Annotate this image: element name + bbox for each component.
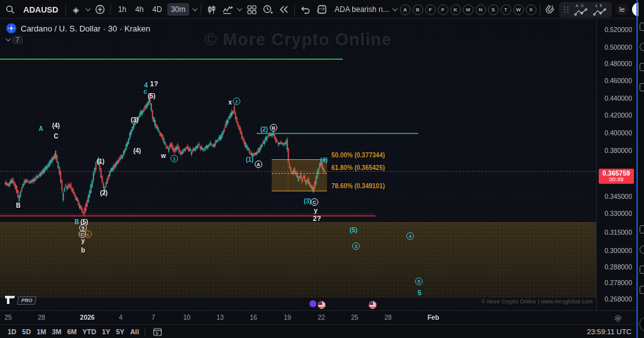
wave-label-B[interactable]: B xyxy=(16,202,20,209)
wave-label-B[interactable]: B xyxy=(74,218,79,225)
interval-1h[interactable]: 1h xyxy=(114,3,130,16)
legend-collapse-row[interactable]: 7 xyxy=(6,36,23,44)
interval-4D[interactable]: 4D xyxy=(148,3,165,16)
wave-label-5[interactable]: 5 xyxy=(418,289,421,296)
layout-name-button[interactable]: ADA bearish n... xyxy=(331,3,390,16)
wave-label-4[interactable]: 4 xyxy=(406,232,414,240)
wave-label-y[interactable]: y xyxy=(81,237,85,244)
layout-chevron-icon[interactable] xyxy=(392,6,397,11)
legend-chevron-icon[interactable] xyxy=(6,36,11,41)
wave-label-3[interactable]: 3 xyxy=(352,242,360,250)
help-button-clipped[interactable] xyxy=(639,317,644,332)
letter-button-X[interactable]: X xyxy=(526,4,536,15)
holiday-flag-icon[interactable] xyxy=(318,301,326,309)
drag-handle-icon[interactable] xyxy=(564,6,569,13)
elliott-correction-wave-icon[interactable]: AC xyxy=(574,4,588,16)
wave-label-B[interactable]: B xyxy=(270,124,277,132)
price-axis[interactable]: 0.5200000.5000000.4800000.4600000.440000… xyxy=(596,19,637,310)
wave-label-4[interactable]: (4) xyxy=(133,147,141,154)
range-5Y[interactable]: 5Y xyxy=(116,328,124,335)
wave-label-2[interactable]: (2) xyxy=(260,126,268,133)
holiday-flag-icon[interactable] xyxy=(369,301,377,309)
sidebar-icon-clipped[interactable] xyxy=(640,245,644,254)
resistance-line-upper[interactable] xyxy=(0,59,343,60)
wave-label-b[interactable]: b xyxy=(81,247,85,254)
chart-legend[interactable]: Cardano / U. S. Dollar · 30 · Kraken xyxy=(6,23,150,33)
interval-chevron-icon[interactable] xyxy=(192,6,197,11)
letter-button-B[interactable]: B xyxy=(413,4,423,15)
letter-button-K[interactable]: K xyxy=(450,4,461,15)
fib-retracement-box[interactable] xyxy=(272,159,327,191)
indicators-icon[interactable] xyxy=(221,3,234,16)
wave-label-1[interactable]: 1? xyxy=(150,80,158,87)
wave-label-2[interactable]: 2? xyxy=(313,215,321,222)
wave-label-C[interactable]: C xyxy=(311,198,318,206)
sidebar-icon-clipped[interactable] xyxy=(640,286,644,294)
session-clock[interactable]: 23:59:11 UTC xyxy=(587,328,631,335)
wave-label-3[interactable]: (3) xyxy=(131,116,138,123)
elliott-impulse-wave-icon[interactable]: 15 xyxy=(593,4,607,16)
wave-label-5[interactable]: 5 xyxy=(415,278,423,285)
wave-label-A[interactable]: A xyxy=(255,161,262,168)
search-icon[interactable] xyxy=(4,3,16,16)
resistance-line-lower[interactable] xyxy=(257,133,418,134)
sidebar-icon-clipped[interactable] xyxy=(640,63,644,71)
wave-label-C[interactable]: C xyxy=(53,133,58,140)
candle-style-icon[interactable] xyxy=(205,3,218,16)
letter-button-F[interactable]: F xyxy=(425,4,436,15)
wave-label-1[interactable]: 1 xyxy=(170,155,178,162)
wave-label-4[interactable]: (4) xyxy=(52,122,60,129)
range-YTD[interactable]: YTD xyxy=(82,328,96,335)
layout-save-icon[interactable] xyxy=(316,3,328,16)
wave-label-1[interactable]: (1) xyxy=(97,158,104,165)
wave-label-y[interactable]: y xyxy=(314,207,318,214)
wave-label-5[interactable]: (5) xyxy=(148,93,155,99)
sidebar-icon-clipped[interactable] xyxy=(640,43,644,51)
symbol-title[interactable]: Cardano / U. S. Dollar · 30 · Kraken xyxy=(21,24,150,33)
wave-label-2[interactable]: 2 xyxy=(233,98,240,105)
time-axis[interactable]: 252820264710131619222528Feb xyxy=(0,310,637,324)
letter-button-M[interactable]: M xyxy=(463,4,474,15)
wave-label-c[interactable]: c xyxy=(143,88,147,95)
magnet-icon[interactable] xyxy=(543,3,556,16)
interval-30m[interactable]: 30m xyxy=(167,3,189,16)
chevron-down-icon[interactable] xyxy=(85,6,90,11)
compare-add-icon[interactable] xyxy=(94,3,106,16)
symbol-type-icon[interactable]: ◈ xyxy=(70,3,82,16)
alert-add-icon[interactable] xyxy=(262,3,274,16)
wave-label-c[interactable]: c xyxy=(84,230,92,238)
axis-settings-gear-icon[interactable] xyxy=(614,313,622,325)
wave-label-w[interactable]: w xyxy=(161,152,166,159)
wave-label-x[interactable]: x xyxy=(228,99,232,106)
letter-button-S[interactable]: S xyxy=(488,4,499,15)
letter-button-T[interactable]: T xyxy=(501,4,511,15)
range-3M[interactable]: 3M xyxy=(52,328,61,335)
letter-button-W[interactable]: W xyxy=(513,4,524,15)
sidebar-icon-clipped[interactable] xyxy=(640,23,644,31)
event-marker-icon[interactable] xyxy=(309,300,316,307)
layout-grid-icon[interactable] xyxy=(245,3,258,16)
sidebar-icon-clipped[interactable] xyxy=(640,225,644,234)
sidebar-icon-clipped[interactable] xyxy=(640,83,644,91)
wave-label-A[interactable]: A xyxy=(38,125,43,132)
diagonal-trendline[interactable] xyxy=(94,74,272,253)
wave-label-4[interactable]: (4) xyxy=(320,157,328,164)
range-All[interactable]: All xyxy=(130,328,139,335)
bar-replay-icon[interactable] xyxy=(278,3,291,16)
go-to-date-icon[interactable] xyxy=(151,325,164,338)
range-6M[interactable]: 6M xyxy=(67,328,77,335)
letter-button-F[interactable]: F xyxy=(438,4,448,15)
range-1Y[interactable]: 1Y xyxy=(102,328,110,335)
indicators-chevron-icon[interactable] xyxy=(237,6,242,11)
tradingview-logo[interactable]: PRO xyxy=(5,296,36,305)
sidebar-icon-clipped[interactable] xyxy=(640,266,644,274)
symbol-button[interactable]: ADAUSD xyxy=(20,3,62,16)
wave-label-5[interactable]: (5) xyxy=(350,227,357,234)
chart-pane[interactable]: © More Crypto Online 50.00% (0.377344)61… xyxy=(0,19,596,310)
letter-button-A[interactable]: A xyxy=(400,4,411,15)
interval-4h[interactable]: 4h xyxy=(131,3,147,16)
undo-icon[interactable] xyxy=(299,3,311,16)
panel-resize-divider[interactable] xyxy=(636,0,638,338)
range-1M[interactable]: 1M xyxy=(36,328,46,335)
wave-label-2[interactable]: (2) xyxy=(100,189,108,196)
